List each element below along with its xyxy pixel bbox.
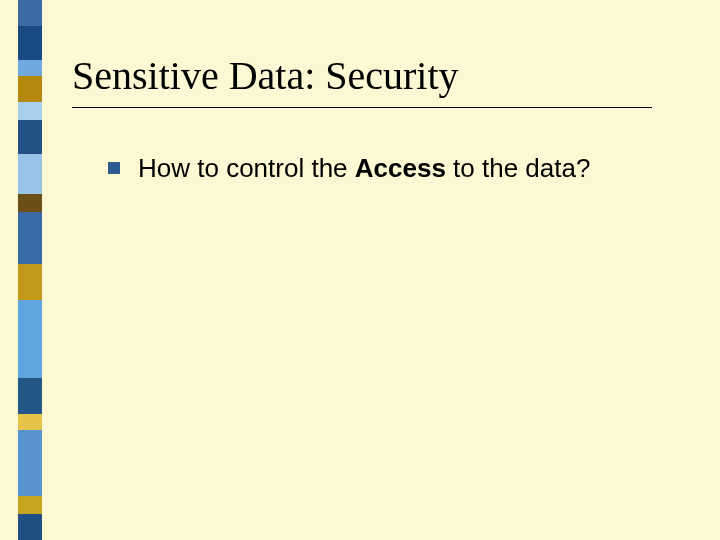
stripe-segment	[18, 300, 42, 378]
stripe-segment	[18, 76, 42, 102]
stripe-segment	[18, 496, 42, 514]
bullet-suffix: to the data?	[446, 153, 591, 183]
stripe-segment	[18, 120, 42, 154]
slide-content: Sensitive Data: Security How to control …	[72, 52, 680, 186]
stripe-segment	[18, 378, 42, 414]
bullet-emphasis: Access	[355, 153, 446, 183]
stripe-segment	[18, 430, 42, 496]
decorative-stripe	[18, 0, 42, 540]
square-bullet-icon	[108, 162, 120, 174]
bullet-text: How to control the Access to the data?	[138, 152, 590, 186]
bullet-item: How to control the Access to the data?	[108, 152, 680, 186]
stripe-segment	[18, 60, 42, 76]
stripe-segment	[18, 194, 42, 212]
stripe-segment	[18, 102, 42, 120]
stripe-segment	[18, 0, 42, 26]
stripe-segment	[18, 26, 42, 60]
stripe-segment	[18, 514, 42, 540]
slide-title: Sensitive Data: Security	[72, 52, 680, 99]
stripe-segment	[18, 264, 42, 300]
title-underline	[72, 107, 652, 108]
stripe-segment	[18, 414, 42, 430]
stripe-segment	[18, 154, 42, 194]
stripe-segment	[18, 212, 42, 264]
bullet-prefix: How to control the	[138, 153, 355, 183]
